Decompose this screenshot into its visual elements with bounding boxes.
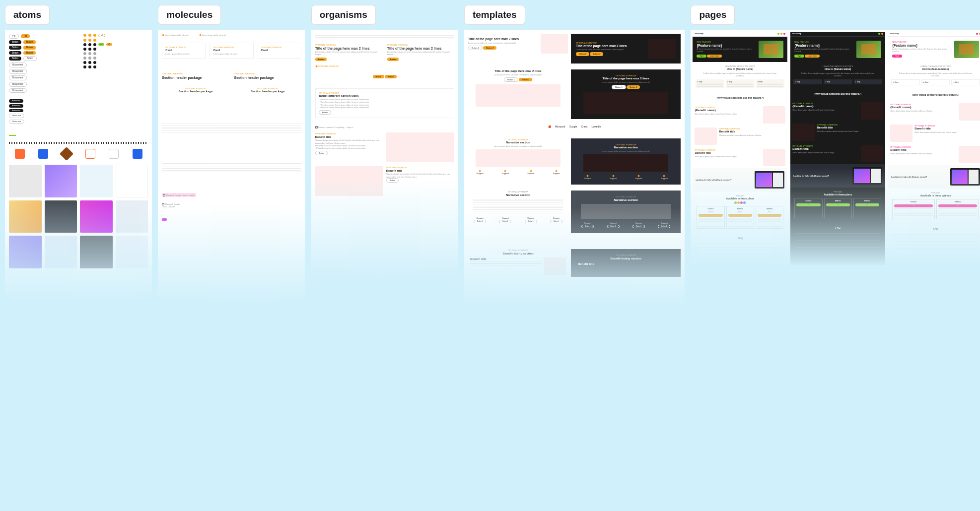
swatch bbox=[9, 236, 42, 268]
page-nav: Basecamp bbox=[693, 32, 787, 37]
benefit-listing-light: OPTIONAL EYEBROW Benefit listing section… bbox=[468, 249, 568, 277]
templates-canvas: Title of the page here max 2 lines Lorem… bbox=[464, 30, 685, 307]
hero-image bbox=[759, 41, 783, 58]
card-title: Card bbox=[165, 49, 202, 53]
hero-centered-light: Title of the page here max 2 lines Lorem… bbox=[468, 69, 568, 119]
swatch bbox=[45, 236, 77, 268]
pill-white: Pill bbox=[9, 34, 19, 39]
cta-primary[interactable]: Try it bbox=[697, 55, 706, 58]
cta-button: Button bbox=[315, 58, 327, 61]
swatch bbox=[116, 200, 148, 233]
page-pink-accent: Basecamp NEW FEATURE {Feature name} A sh… bbox=[888, 32, 980, 265]
hero-title: Title of the page here max 2 lines bbox=[468, 37, 538, 41]
swatch bbox=[80, 200, 113, 233]
column-molecules: molecules 🔶 Lorem ipsum dolor sit amet🔶 … bbox=[158, 5, 305, 307]
card: OPTIONAL EYEBROW Card bbox=[258, 43, 301, 59]
help-section: Looking for help with {feature name}? bbox=[693, 168, 787, 192]
pill-outline-5: Button text bbox=[9, 88, 27, 93]
column-atoms: atoms PillPill ButtonButton ButtonButton… bbox=[5, 5, 152, 307]
page-light: Basecamp NEW FEATURE {Feature name} A sh… bbox=[693, 32, 787, 265]
page-title: Title of the page here max 2 lines bbox=[315, 46, 382, 51]
column-tag-templates: templates bbox=[464, 5, 525, 25]
dot-icon-dark bbox=[83, 43, 86, 46]
molecules-canvas: 🔶 Lorem ipsum dolor sit amet🔶 Lorem ipsu… bbox=[158, 30, 305, 304]
pill-outline: Button text bbox=[9, 63, 27, 67]
benefit-title: Benefit title bbox=[315, 135, 383, 139]
column-tag-pages: pages bbox=[691, 5, 735, 25]
column-organisms: organisms OPTIONAL EYEBROW Title of the … bbox=[311, 5, 458, 307]
organisms-canvas: OPTIONAL EYEBROW Title of the page here … bbox=[311, 30, 458, 279]
dot-icon-orange bbox=[83, 34, 86, 37]
placeholder-image bbox=[315, 166, 383, 196]
cta-secondary[interactable]: Learn more bbox=[707, 55, 722, 58]
pill-outline-3: Button text bbox=[9, 75, 27, 80]
card: OPTIONAL EYEBROW Card Lorem ipsum dolor … bbox=[162, 43, 206, 59]
design-system-board: atoms PillPill ButtonButton ButtonButton… bbox=[5, 5, 980, 307]
why-section: {Why would someone use this feature?} bbox=[693, 93, 787, 104]
faq-item[interactable] bbox=[698, 241, 782, 244]
plan-cards: $15/moBasic— $29/moPlus— $49/moPro— bbox=[697, 206, 783, 229]
card: OPTIONAL EYEBROW Card Lorem ipsum dolor … bbox=[210, 43, 253, 59]
plans-section: PRICING Available in these plans $15/moB… bbox=[693, 192, 787, 234]
plan-card: $15/moBasic— bbox=[697, 206, 724, 229]
hero-template-dark: OPTIONAL EYEBROW Title of the page here … bbox=[571, 34, 681, 64]
pill-dark-2: Button bbox=[9, 46, 21, 50]
swatch bbox=[9, 165, 42, 197]
hero-btn: Button 1 bbox=[468, 46, 483, 50]
pill-white-2: Button bbox=[23, 56, 37, 61]
swatch bbox=[45, 200, 77, 233]
swatch bbox=[45, 165, 77, 197]
pill-orange-4: Button bbox=[23, 51, 36, 55]
text-block bbox=[162, 124, 301, 133]
hero-placeholder bbox=[541, 34, 568, 54]
swatch bbox=[9, 200, 42, 233]
column-tag-atoms: atoms bbox=[5, 5, 50, 25]
tiny-btn-5: Button text bbox=[9, 120, 24, 124]
pill-dark: Button bbox=[9, 40, 21, 44]
atoms-canvas: PillPill ButtonButton ButtonButton Butto… bbox=[5, 30, 152, 302]
howto-section: LEARN THE BASICS IN 3 STEPS How to {feat… bbox=[693, 62, 787, 94]
dot-icon-grey bbox=[83, 52, 86, 55]
faq-section: FAQ bbox=[693, 234, 787, 265]
page-dark: Basecamp NEW FEATURE {Feature name} A sh… bbox=[790, 32, 885, 265]
dotted-divider bbox=[9, 142, 148, 144]
logo-row: 🍎MicrosoftGoogleCricutLinkedIn bbox=[468, 125, 681, 128]
benefit-row: OPTIONAL EYEBROW {Benefit name} Short de… bbox=[693, 104, 787, 126]
swatch bbox=[116, 165, 148, 197]
tiny-btn: Button text bbox=[9, 99, 23, 103]
tiny-btn-2: Button text bbox=[9, 104, 23, 108]
swatch bbox=[80, 165, 113, 197]
toggle: off bbox=[98, 34, 105, 37]
benefit-listing-heading: Benefit listing section bbox=[468, 252, 568, 256]
tiny-btn-4: Button text bbox=[9, 114, 24, 118]
swatch bbox=[80, 236, 113, 268]
target-screens-card: OPTIONAL EYEBROW Target different screen… bbox=[315, 88, 454, 118]
color-swatches bbox=[9, 165, 148, 268]
pill-orange-3: Button bbox=[23, 46, 36, 50]
badge-iso bbox=[133, 149, 142, 159]
tiny-btn-3: Button text bbox=[9, 109, 23, 113]
badge-soc2 bbox=[85, 149, 95, 159]
product-screenshot bbox=[755, 171, 784, 189]
swatch bbox=[116, 236, 148, 268]
column-tag-molecules: molecules bbox=[158, 5, 221, 25]
pill-dark-4: Button bbox=[9, 57, 21, 61]
card-heading: Target different screen sizes bbox=[319, 94, 451, 98]
brand-logo: Basecamp bbox=[695, 33, 703, 35]
toggle-on: on bbox=[98, 43, 104, 46]
hero-placeholder-dark bbox=[648, 39, 676, 59]
step-cards: 1 Step 2 Step 3 Step bbox=[696, 79, 784, 89]
hero-heading: {Feature name} bbox=[697, 43, 756, 48]
step-card: 1 Step bbox=[696, 79, 724, 89]
badge-capterra bbox=[38, 149, 48, 159]
logo-strip-highlighted: 🔲 Microsoft Google Cricut LinkedIn bbox=[162, 193, 196, 197]
narrative-light-2: OPTIONAL EYEBROW Narrative section Suppo… bbox=[468, 191, 568, 233]
badge-aws bbox=[60, 147, 73, 161]
badge-g2 bbox=[15, 149, 25, 159]
benefit-listing-dark: OPTIONAL EYEBROW Benefit listing section… bbox=[571, 249, 681, 277]
hero-template-light: Title of the page here max 2 lines Lorem… bbox=[468, 34, 568, 64]
toggle-alt: off bbox=[106, 43, 112, 46]
pill-outline-2: Button text bbox=[9, 69, 27, 74]
section-header: Section header package bbox=[162, 75, 229, 80]
narrative-heading: Narrative section bbox=[468, 141, 568, 145]
